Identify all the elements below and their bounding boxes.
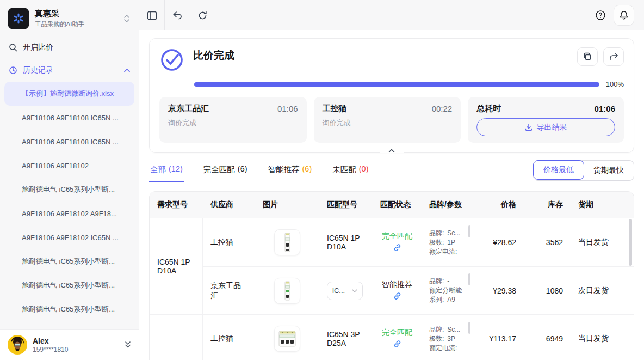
refresh-icon <box>198 11 207 20</box>
params-scrollbar[interactable] <box>468 322 470 334</box>
model-select-dropdown[interactable]: iC... <box>327 282 363 300</box>
user-phone: 159****1810 <box>33 346 119 353</box>
match-status: 完全匹配 <box>380 231 414 241</box>
chevron-down-icon <box>352 289 357 292</box>
refresh-button[interactable] <box>190 0 215 30</box>
table-header-row: 需求型号 供应商 图片 匹配型号 匹配状态 品牌/参数 价格 库存 货期 <box>150 192 634 218</box>
chevron-up-icon <box>124 69 130 72</box>
tab-smart-recommend[interactable]: 智能推荐(6) <box>267 158 313 182</box>
source-name: 京东工品汇 <box>168 103 209 114</box>
total-time: 01:06 <box>595 104 615 113</box>
col-header: 匹配状态 <box>373 200 422 210</box>
product-link-icon[interactable] <box>393 292 401 300</box>
params-scrollbar[interactable] <box>468 273 470 285</box>
help-button[interactable] <box>595 10 606 21</box>
history-icon <box>9 66 17 75</box>
history-item[interactable]: 施耐德电气 iC65系列小型断... <box>0 273 139 297</box>
demand-model: IC65N 1P D10A <box>150 218 203 314</box>
supplier-name: 工控猫 <box>203 233 255 252</box>
top-toolbar <box>139 0 644 30</box>
col-header: 品牌/参数 <box>422 200 472 210</box>
sidebar-item-history[interactable]: 历史记录 <box>0 59 139 82</box>
progress-percent: 100% <box>606 80 624 88</box>
download-icon <box>525 124 532 131</box>
price: ¥113.17 <box>472 330 524 347</box>
history-label: 历史记录 <box>23 65 53 75</box>
product-link-icon[interactable] <box>393 340 401 348</box>
history-item[interactable]: A9F18106 A9F18102 A9F18... <box>0 202 139 225</box>
export-results-button[interactable]: 导出结果 <box>476 118 615 136</box>
delivery: 当日发货 <box>571 330 634 348</box>
user-account-row[interactable]: Alex 159****1810 <box>0 329 139 360</box>
tab-all[interactable]: 全部(12) <box>149 158 184 182</box>
app-name: 真惠采 <box>35 9 116 19</box>
history-item[interactable]: 施耐德电气 iC65系列小型断... <box>0 297 139 321</box>
col-header: 供应商 <box>203 200 255 210</box>
table-row[interactable]: 工控猫 IC65N 1P D10A 完全匹配 <box>203 218 634 266</box>
source-status: 询价完成 <box>323 118 453 128</box>
back-button[interactable] <box>165 0 190 30</box>
history-list: 【示例】施耐德微断询价.xlsx A9F18106 A9F18108 IC65N… <box>0 82 139 329</box>
delivery: 次日发货 <box>571 282 634 300</box>
bell-icon <box>619 10 629 20</box>
stat-card-total: 总耗时 01:06 导出结果 <box>468 97 624 143</box>
history-item[interactable]: A9F18106 A9F18108 IC65N ... <box>0 106 139 130</box>
table-row[interactable]: 京东工品汇 iC... <box>203 266 634 314</box>
panel-icon <box>147 10 157 21</box>
matched-model: IC65N 1P D10A <box>319 229 373 255</box>
params-scrollbar[interactable] <box>468 225 470 237</box>
col-header: 价格 <box>472 200 524 210</box>
user-name: Alex <box>33 337 119 345</box>
history-item[interactable]: 【示例】施耐德微断询价.xlsx <box>4 82 134 106</box>
tab-full-match[interactable]: 完全匹配(6) <box>202 158 249 182</box>
sidebar-item-start-compare[interactable]: 开启比价 <box>0 36 139 59</box>
history-item[interactable]: A9F18106 A9F18102 IC65N ... <box>0 225 139 249</box>
collapse-summary-button[interactable] <box>380 145 404 153</box>
export-results-label: 导出结果 <box>537 123 567 132</box>
notifications-button[interactable] <box>614 5 634 26</box>
open-external-button[interactable] <box>603 47 624 66</box>
copy-icon <box>583 52 592 61</box>
product-image[interactable] <box>274 229 300 255</box>
help-icon <box>595 10 606 21</box>
table-scrollbar[interactable] <box>629 219 632 344</box>
main-content: 比价完成 100% 京东工品汇 <box>139 30 644 360</box>
col-header: 图片 <box>255 200 319 210</box>
share-arrow-icon <box>609 53 618 61</box>
copy-button[interactable] <box>577 47 598 66</box>
brand-params: 品牌:Sc... 极数:3P 额定电流: <box>422 321 472 357</box>
col-header: 库存 <box>524 200 571 210</box>
workspace-switcher-icon[interactable] <box>121 12 132 25</box>
table-row-group: IC65N 1P D10A 工控猫 IC65N 1P D10A 完全匹配 <box>150 218 634 314</box>
history-item[interactable]: 施耐德电气 iC65系列小型断... <box>0 178 139 202</box>
double-chevron-down-icon[interactable] <box>125 341 131 349</box>
table-row[interactable]: 工控猫 IC65N 3P D25A 完全匹配 <box>203 315 634 360</box>
sidebar-toggle-button[interactable] <box>139 0 164 30</box>
sort-fastest-delivery-button[interactable]: 货期最快 <box>584 161 634 180</box>
results-table: 需求型号 供应商 图片 匹配型号 匹配状态 品牌/参数 价格 库存 货期 IC6… <box>149 191 634 360</box>
sort-segmented-control: 价格最低 货期最快 <box>533 160 634 181</box>
matched-model: IC65N 3P D25A <box>319 326 373 352</box>
stock: 6949 <box>524 330 571 347</box>
search-icon <box>9 43 17 52</box>
chevron-up-icon <box>388 149 395 153</box>
sort-lowest-price-button[interactable]: 价格最低 <box>533 160 584 180</box>
stock: 3562 <box>524 234 571 251</box>
app-logo-row[interactable]: 真惠采 工品采购的AI助手 <box>0 0 139 36</box>
source-name: 工控猫 <box>323 103 347 114</box>
source-time: 01:06 <box>277 104 298 113</box>
price: ¥28.62 <box>472 234 524 251</box>
history-item[interactable]: 施耐德电气 iC65系列小型断... <box>0 249 139 273</box>
product-image[interactable] <box>274 278 300 304</box>
match-status: 完全匹配 <box>380 328 414 338</box>
history-item[interactable]: A9F18106 A9F18102 <box>0 154 139 178</box>
app-logo-icon <box>8 8 29 29</box>
sidebar: 真惠采 工品采购的AI助手 开启比价 历史记录 【示例】施耐德微断询价.xlsx… <box>0 0 139 360</box>
delivery: 当日发货 <box>571 233 634 252</box>
tab-unmatched[interactable]: 未匹配(0) <box>331 158 369 182</box>
product-link-icon[interactable] <box>393 243 401 252</box>
product-image[interactable] <box>274 326 300 352</box>
progress-bar <box>194 82 599 87</box>
history-item[interactable]: A9F18106 A9F18108 IC65N ... <box>0 130 139 154</box>
brand-params: 品牌:- 额定分断能 系列:A9 <box>422 272 472 309</box>
